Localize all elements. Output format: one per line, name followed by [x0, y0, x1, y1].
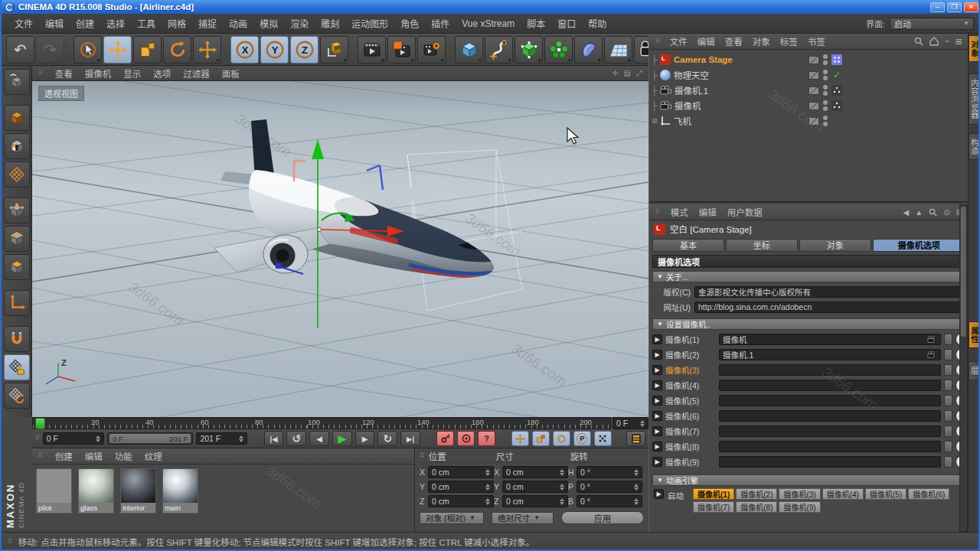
key-arrow-icon[interactable]: ▶	[652, 380, 662, 390]
material-item[interactable]: main	[162, 468, 198, 514]
link-menu-button[interactable]	[944, 334, 952, 345]
interface-dropdown[interactable]: 启动 ▼	[890, 18, 974, 30]
tab-object[interactable]: 对象	[799, 239, 871, 252]
engine-camera-1-button[interactable]: 摄像机(1)	[693, 488, 734, 500]
material-item[interactable]: pilot	[36, 468, 72, 514]
layer-chip[interactable]	[808, 117, 819, 126]
axis-mode-button[interactable]	[4, 290, 30, 316]
menu-mograph[interactable]: 运动图形	[346, 15, 394, 31]
object-row-physical-sky[interactable]: ├ 物理天空 ✓	[649, 67, 969, 83]
layer-chip[interactable]	[808, 102, 819, 110]
copyright-field[interactable]: 金源影视文化传播中心版权所有	[694, 286, 964, 298]
viewport-view-label[interactable]: 透视视图	[38, 86, 84, 101]
material-name[interactable]: main	[163, 503, 198, 513]
path-icon[interactable]: ~	[945, 37, 949, 46]
material-name[interactable]: interior	[121, 503, 155, 513]
attribute-scrollbar[interactable]	[959, 204, 968, 532]
url-field[interactable]: http://blog.sina.com.cn/adobecn	[694, 302, 964, 313]
key-arrow-icon[interactable]: ▶	[652, 426, 662, 436]
material-item[interactable]: interior	[120, 468, 156, 514]
menu-window[interactable]: 窗口	[552, 15, 581, 31]
om-menu-tags[interactable]: 标签	[780, 35, 798, 47]
convert-editable-button[interactable]	[4, 69, 30, 95]
link-menu-button[interactable]	[944, 395, 952, 406]
menu-snap[interactable]: 捕捉	[193, 15, 222, 31]
lock-z-axis-button[interactable]: Z	[290, 36, 318, 64]
visibility-dots[interactable]	[823, 54, 828, 65]
scrollbar-thumb[interactable]	[961, 207, 966, 337]
record-pla-toggle[interactable]	[594, 431, 612, 446]
panel-grip-icon[interactable]: ⠿	[35, 435, 40, 442]
rotate-tool-button[interactable]	[163, 36, 191, 64]
tab-basic[interactable]: 基本	[652, 239, 724, 252]
group-animation-engine[interactable]: ▼动画引擎	[652, 474, 965, 486]
model-mode-button[interactable]	[4, 105, 30, 131]
enable-snap-button[interactable]	[4, 354, 30, 380]
camera-link-field[interactable]: 摄像机.1	[719, 349, 941, 360]
workplane-mode-button[interactable]	[4, 161, 30, 187]
engine-camera-6-button[interactable]: 摄像机(6)	[908, 488, 949, 500]
om-menu-edit[interactable]: 编辑	[697, 35, 715, 47]
link-menu-button[interactable]	[944, 364, 952, 376]
vp-menu-options[interactable]: 选项	[153, 67, 171, 80]
preview-range-slider[interactable]: 0 F 201 F	[107, 432, 193, 445]
key-arrow-icon[interactable]: ▶	[652, 365, 662, 375]
tab-coordinates[interactable]: 坐标	[726, 239, 798, 252]
target-tag-icon[interactable]	[831, 85, 842, 96]
prev-key-button[interactable]: ↺	[286, 431, 306, 446]
visibility-dots[interactable]	[823, 116, 828, 126]
key-arrow-icon[interactable]: ▶	[652, 334, 662, 344]
last-tool-button[interactable]	[193, 36, 221, 64]
om-menu-objects[interactable]: 对象	[753, 35, 770, 47]
record-position-toggle[interactable]	[511, 431, 529, 446]
record-rotation-toggle[interactable]	[553, 431, 570, 446]
key-arrow-icon[interactable]: ▶	[652, 442, 662, 452]
menu-tools[interactable]: 工具	[132, 15, 161, 31]
visibility-dots[interactable]	[823, 100, 828, 111]
autokeying-button[interactable]	[457, 431, 475, 446]
end-frame-field[interactable]: 201 F	[196, 432, 247, 445]
menu-select[interactable]: 选择	[101, 15, 130, 31]
lock-icon[interactable]: ⊙	[943, 208, 949, 217]
timeline-mode-button[interactable]	[626, 431, 645, 446]
mat-menu-create[interactable]: 创建	[55, 450, 73, 462]
material-item[interactable]: glass	[78, 468, 114, 514]
history-back-icon[interactable]: ◀	[903, 208, 910, 217]
minimize-button[interactable]: –	[930, 2, 945, 12]
key-arrow-icon[interactable]: ▶	[652, 411, 662, 421]
maximize-button[interactable]: ❐	[947, 2, 962, 12]
menu-file[interactable]: 文件	[9, 15, 38, 31]
camera-link-field[interactable]	[719, 410, 941, 422]
record-keyframe-button[interactable]	[436, 431, 454, 446]
object-name[interactable]: 摄像机	[675, 99, 701, 112]
om-menu-file[interactable]: 文件	[670, 35, 688, 47]
link-menu-button[interactable]	[944, 410, 952, 422]
rotation-b-field[interactable]: 0 °	[577, 495, 642, 507]
object-row-airplane[interactable]: ⊞ 飞机	[649, 113, 969, 129]
key-arrow-icon[interactable]: ▶	[652, 350, 662, 360]
record-parameter-toggle[interactable]: P	[573, 431, 591, 446]
current-frame-field[interactable]: 0 F	[43, 432, 104, 445]
menu-render[interactable]: 渲染	[285, 15, 314, 31]
dock-tab-structure[interactable]: 构造	[969, 133, 980, 160]
layer-chip[interactable]	[808, 71, 819, 80]
undo-button[interactable]: ↶	[6, 36, 34, 64]
menu-vue-xstream[interactable]: Vue xStream	[456, 17, 520, 31]
dock-tab-objects[interactable]: 对象	[969, 35, 980, 62]
object-name[interactable]: 物理天空	[674, 69, 709, 81]
menu-help[interactable]: 帮助	[583, 15, 612, 31]
polygons-mode-button[interactable]	[4, 254, 30, 280]
search-icon[interactable]	[929, 208, 937, 217]
menu-sculpt[interactable]: 雕刻	[315, 15, 345, 31]
am-menu-userdata[interactable]: 用户数据	[727, 206, 763, 218]
prev-frame-button[interactable]: ◀	[309, 431, 329, 446]
menu-plugins[interactable]: 插件	[426, 15, 455, 31]
render-settings-button[interactable]	[387, 36, 416, 64]
camera-link-field[interactable]	[719, 395, 941, 406]
render-view-button[interactable]	[358, 36, 386, 64]
engine-camera-7-button[interactable]: 摄像机(7)	[693, 501, 734, 513]
move-tool-button[interactable]	[103, 36, 132, 64]
key-arrow-icon[interactable]: ▶	[652, 396, 662, 406]
engine-camera-3-button[interactable]: 摄像机(3)	[779, 488, 820, 500]
panel-grip-icon[interactable]: ⠿	[655, 38, 660, 44]
